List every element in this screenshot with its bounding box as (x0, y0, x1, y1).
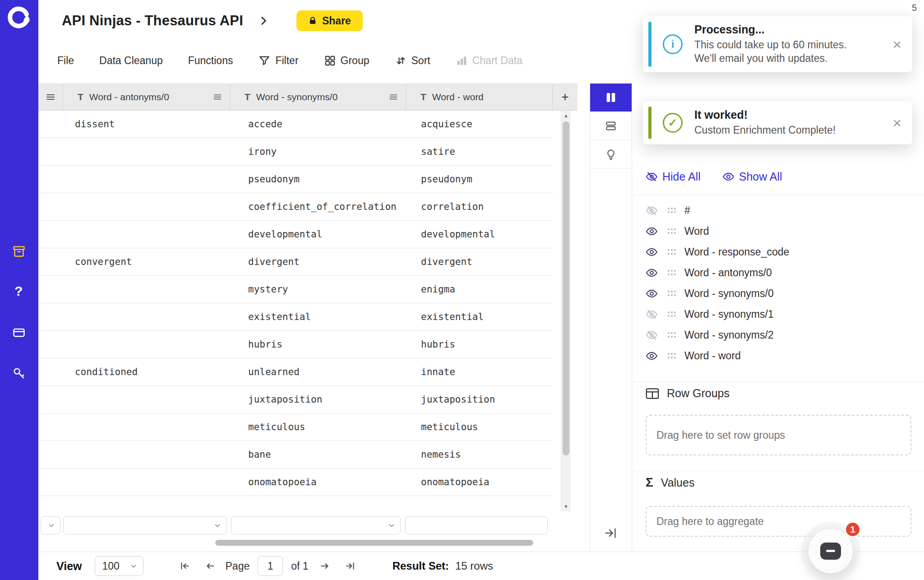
table-row[interactable]: convergentdivergentdivergent (38, 248, 553, 276)
table-row[interactable]: meticulousmeticulous (38, 413, 553, 441)
table-cell[interactable] (38, 166, 230, 193)
prev-page-button[interactable] (201, 556, 219, 576)
next-page-button[interactable] (316, 556, 334, 576)
table-cell[interactable]: mystery (230, 276, 406, 303)
table-cell[interactable]: nemesis (406, 441, 553, 468)
table-cell[interactable]: developmental (406, 221, 553, 248)
field-item[interactable]: Word - word (646, 345, 915, 366)
table-row[interactable]: onomatopoeiaonomatopoeia (38, 469, 553, 496)
app-logo-icon[interactable] (6, 5, 32, 33)
row-groups-dropzone[interactable]: Drag here to set row groups (646, 415, 911, 455)
table-cell[interactable]: existential (230, 303, 406, 330)
menu-filter[interactable]: Filter (258, 54, 298, 67)
filter-dropdown-synonyms0[interactable] (231, 516, 401, 534)
close-icon[interactable]: × (892, 115, 901, 130)
hamburger-icon[interactable] (45, 92, 56, 102)
table-row[interactable]: banenemesis (38, 441, 553, 469)
drag-handle-icon[interactable] (667, 353, 676, 359)
table-cell[interactable] (38, 469, 230, 496)
table-cell[interactable]: hubris (230, 331, 406, 358)
scroll-down-icon[interactable]: ▼ (561, 501, 571, 511)
card-icon[interactable] (12, 326, 26, 341)
eye-icon[interactable] (646, 225, 659, 237)
scroll-up-icon[interactable]: ▲ (561, 111, 571, 121)
table-cell[interactable]: hubris (406, 331, 553, 358)
table-cell[interactable] (38, 441, 230, 468)
table-cell[interactable]: juxtaposition (230, 386, 406, 413)
table-row[interactable]: conditionedunlearnedinnate (38, 358, 553, 386)
table-cell[interactable]: acquiesce (406, 111, 553, 138)
table-cell[interactable]: coefficient_of_correlation (230, 193, 406, 220)
tab-columns[interactable] (590, 84, 632, 112)
page-number-input[interactable] (258, 556, 283, 576)
table-row[interactable]: mysteryenigma (38, 276, 553, 303)
help-icon[interactable]: ? (14, 283, 23, 299)
field-item[interactable]: Word - antonyms/0 (646, 262, 915, 283)
chat-launcher[interactable] (808, 529, 853, 573)
field-item[interactable]: Word - synonyms/0 (646, 283, 915, 304)
table-cell[interactable]: divergent (406, 248, 553, 275)
filter-dropdown-antonyms0[interactable] (63, 516, 226, 534)
table-row[interactable]: existentialexistential (38, 303, 553, 331)
table-row[interactable]: dissentaccedeacquiesce (38, 111, 553, 138)
table-cell[interactable] (38, 276, 230, 303)
table-row[interactable]: developmentaldevelopmental (38, 221, 553, 248)
table-cell[interactable]: divergent (230, 248, 406, 275)
table-cell[interactable]: onomatopoeia (230, 469, 406, 496)
add-column-button[interactable]: + (553, 84, 578, 110)
gutter-filter-dropdown[interactable] (41, 516, 60, 534)
table-cell[interactable]: unlearned (230, 358, 406, 385)
drag-handle-icon[interactable] (667, 290, 676, 297)
eye-off-icon[interactable] (646, 204, 659, 217)
menu-file[interactable]: File (57, 55, 74, 67)
drag-handle-icon[interactable] (667, 269, 676, 276)
table-cell[interactable]: developmental (230, 221, 406, 248)
field-item[interactable]: Word - synonyms/1 (646, 304, 915, 325)
menu-sort[interactable]: Sort (395, 55, 430, 67)
field-item[interactable]: Word - response_code (646, 241, 915, 262)
table-cell[interactable]: accede (230, 111, 406, 138)
horizontal-scrollbar-thumb[interactable] (215, 540, 533, 546)
column-menu-icon[interactable] (213, 92, 222, 102)
column-header-synonyms0[interactable]: T Word - synonyms/0 (230, 84, 406, 110)
drag-handle-icon[interactable] (667, 311, 676, 317)
table-cell[interactable] (38, 331, 230, 358)
menu-data-cleanup[interactable]: Data Cleanup (99, 55, 163, 67)
table-cell[interactable] (38, 221, 230, 248)
table-row[interactable]: ironysatire (38, 138, 553, 166)
filter-dropdown-word[interactable] (405, 516, 548, 534)
table-row[interactable]: hubrishubris (38, 331, 553, 358)
table-cell[interactable]: dissent (38, 111, 230, 138)
table-cell[interactable]: bane (230, 441, 406, 468)
column-menu-icon[interactable] (388, 92, 398, 102)
menu-functions[interactable]: Functions (188, 55, 233, 67)
table-cell[interactable]: innate (406, 358, 553, 385)
table-cell[interactable] (38, 413, 230, 441)
close-icon[interactable]: × (892, 37, 901, 52)
page-size-select[interactable]: 100 (95, 556, 143, 576)
table-row[interactable]: coefficient_of_correlationcorrelation (38, 193, 553, 221)
table-cell[interactable] (38, 193, 230, 220)
table-cell[interactable]: correlation (406, 193, 553, 220)
table-cell[interactable]: existential (406, 303, 553, 330)
table-cell[interactable]: conditioned (38, 358, 230, 385)
table-cell[interactable]: enigma (406, 276, 553, 303)
column-header-word[interactable]: T Word - word (406, 84, 553, 110)
key-icon[interactable] (12, 367, 26, 382)
eye-off-icon[interactable] (646, 329, 659, 341)
drag-handle-icon[interactable] (667, 332, 676, 338)
column-header-antonyms0[interactable]: T Word - antonyms/0 (63, 84, 230, 110)
eye-icon[interactable] (646, 246, 659, 258)
table-cell[interactable] (38, 386, 230, 413)
share-button[interactable]: Share (296, 10, 363, 31)
chevron-right-icon[interactable] (258, 15, 269, 27)
vertical-scrollbar-thumb[interactable] (563, 121, 569, 455)
horizontal-scrollbar[interactable] (38, 540, 562, 547)
table-cell[interactable]: pseudonym (406, 166, 553, 193)
table-cell[interactable]: onomatopoeia (406, 469, 553, 496)
gutter-header-cell[interactable] (38, 84, 63, 110)
eye-icon[interactable] (646, 288, 659, 300)
tab-suggestions[interactable] (590, 140, 632, 169)
show-all-button[interactable]: Show All (722, 170, 782, 183)
last-page-button[interactable] (341, 556, 359, 576)
